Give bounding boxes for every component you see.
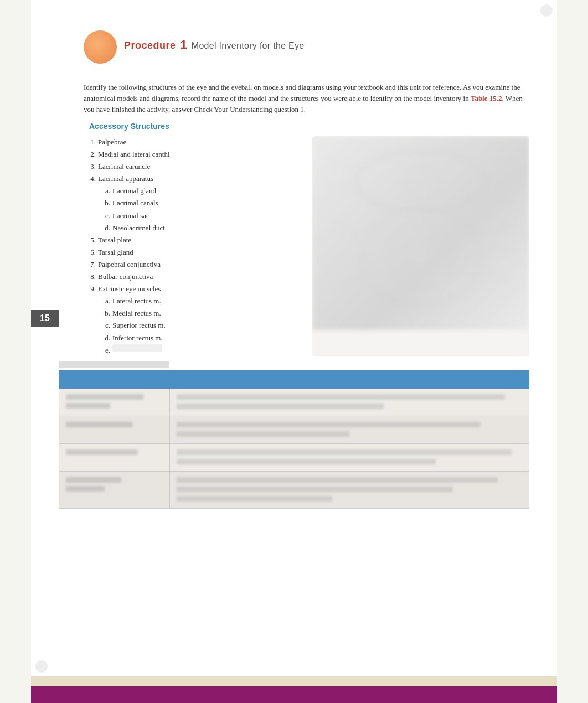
page-number: 15 xyxy=(40,313,50,323)
procedure-header: Procedure 1 Model Inventory for the Eye xyxy=(124,38,529,56)
table-cell-label xyxy=(59,389,170,416)
sub-list-item: d. Nasolacrimal duct xyxy=(99,222,301,234)
main-content: Accessory Structures 1. Palpebrae 2. Med… xyxy=(84,122,529,356)
table-cell-content xyxy=(170,416,529,444)
intro-text: Identify the following structures of the… xyxy=(84,82,529,115)
list-item: 3. Lacrimal caruncle xyxy=(84,161,301,173)
page-wrapper: Procedure 1 Model Inventory for the Eye … xyxy=(31,0,557,703)
accessory-structures-title: Accessory Structures xyxy=(84,122,529,131)
table-section xyxy=(59,360,529,509)
sub-list-item: b. Medial rectus m. xyxy=(99,307,301,319)
extrinsic-sublist: a. Lateral rectus m. b. Medial rectus m.… xyxy=(84,295,301,356)
svg-text:——: —— xyxy=(514,201,523,206)
table-cell-content xyxy=(170,472,529,509)
sub-list-item: d. Inferior rectus m. xyxy=(99,332,301,344)
eye-diagram-column: —— —— —— xyxy=(312,136,530,356)
eye-diagram-image: —— —— —— xyxy=(312,136,530,330)
list-item: 2. Medial and lateral canthi xyxy=(84,148,301,161)
table-cell-content xyxy=(170,444,529,472)
table-cell-label xyxy=(59,472,170,509)
footer-tan-bar xyxy=(31,676,557,686)
list-item: 6. Tarsal gland xyxy=(84,246,301,259)
table-header-row xyxy=(59,371,529,389)
table-cell-label xyxy=(59,416,170,444)
svg-point-2 xyxy=(414,175,427,188)
svg-point-13 xyxy=(410,247,431,268)
procedure-icon xyxy=(84,30,117,64)
list-item: 7. Palpebral conjunctiva xyxy=(84,259,301,271)
model-inventory-table xyxy=(59,370,529,509)
svg-line-14 xyxy=(481,225,508,236)
sub-list-item: c. Lacrimal sac xyxy=(99,210,301,222)
procedure-number: 1 xyxy=(180,38,187,52)
table-link[interactable]: Table 15.2 xyxy=(471,94,502,102)
list-item: 1. Palpebrae xyxy=(84,136,301,148)
svg-line-4 xyxy=(475,179,513,182)
table-row xyxy=(59,389,529,416)
sub-list-item: a. Lateral rectus m. xyxy=(99,295,301,307)
sub-list-container-9: a. Lateral rectus m. b. Medial rectus m.… xyxy=(84,295,301,356)
list-item: 5. Tarsal plate xyxy=(84,234,301,246)
svg-line-3 xyxy=(486,154,513,166)
svg-line-16 xyxy=(475,274,508,280)
list-item: 4. Lacrimal apparatus xyxy=(84,173,301,185)
blurred-item-e xyxy=(112,344,162,352)
sub-list-item: c. Superior rectus m. xyxy=(99,319,301,332)
procedure-label: Procedure xyxy=(124,40,176,51)
table-title-blur xyxy=(59,360,529,368)
table-row xyxy=(59,472,529,509)
svg-line-19 xyxy=(334,279,361,285)
svg-line-15 xyxy=(479,249,508,252)
table-row xyxy=(59,444,529,472)
sub-list-item: a. Lacrimal gland xyxy=(99,185,301,197)
table-cell-content xyxy=(170,389,529,416)
svg-line-17 xyxy=(334,225,361,236)
procedure-title-line: Procedure 1 Model Inventory for the Eye xyxy=(124,38,529,52)
sub-list-item: b. Lacrimal canals xyxy=(99,197,301,209)
footer-purple-bar xyxy=(31,686,557,703)
accessory-list: 1. Palpebrae 2. Medial and lateral canth… xyxy=(84,136,301,356)
table-row xyxy=(59,416,529,444)
intro-text-part1: Identify the following structures of the… xyxy=(84,83,520,102)
sub-list-item-e: e. xyxy=(99,344,301,356)
svg-text:——: —— xyxy=(514,152,523,157)
table-cell-label xyxy=(59,444,170,472)
svg-line-6 xyxy=(328,160,355,171)
procedure-subtitle: Model Inventory for the Eye xyxy=(192,41,305,51)
sub-list-container: a. Lacrimal gland b. Lacrimal canals c. … xyxy=(84,185,301,234)
header-cell-1 xyxy=(59,371,170,389)
corner-decoration-tr xyxy=(540,4,553,17)
table-title-blurred xyxy=(59,361,169,368)
content-columns: 1. Palpebrae 2. Medial and lateral canth… xyxy=(84,136,529,356)
left-column: 1. Palpebrae 2. Medial and lateral canth… xyxy=(84,136,301,356)
corner-decoration-bl xyxy=(35,660,48,673)
list-item: 8. Bulbar conjunctiva xyxy=(84,271,301,283)
list-item: 9. Extrinsic eye muscles xyxy=(84,283,301,295)
header-cell-2 xyxy=(170,371,529,389)
svg-text:——: —— xyxy=(514,177,523,182)
page-number-badge: 15 xyxy=(31,310,59,327)
lacrimal-sublist: a. Lacrimal gland b. Lacrimal canals c. … xyxy=(84,185,301,234)
